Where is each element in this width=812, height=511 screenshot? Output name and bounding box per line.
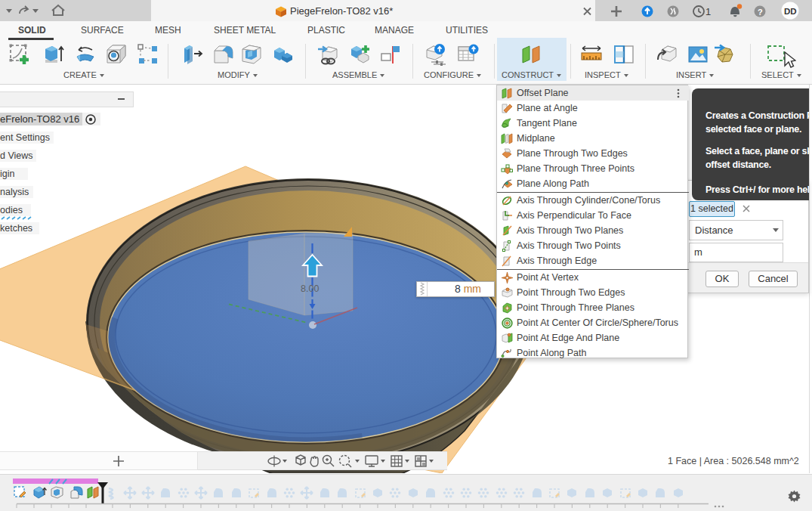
svg-text:8.00: 8.00 <box>301 283 319 294</box>
svg-text:DD: DD <box>784 7 797 16</box>
svg-text:?: ? <box>758 8 763 17</box>
svg-text:1: 1 <box>705 6 711 17</box>
